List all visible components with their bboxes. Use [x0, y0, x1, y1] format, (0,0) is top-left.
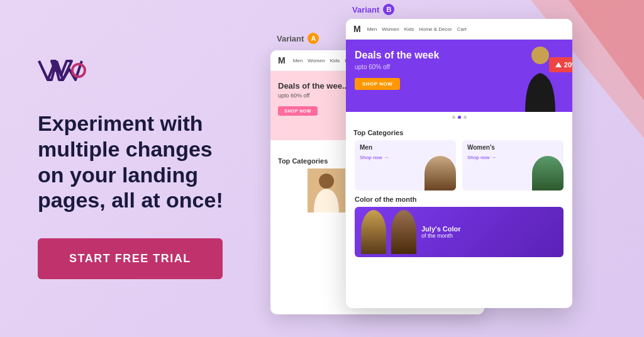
mockup-b-categories-title: Top Categories — [346, 123, 572, 140]
mockup-b-logo: M — [353, 24, 361, 34]
logo — [38, 58, 233, 86]
variant-b-badge: B — [383, 4, 394, 15]
color-month-heading: July's Color — [421, 225, 557, 233]
variant-b-label: Variant B — [352, 4, 394, 15]
category-card-b-women: Women's Shop now → — [462, 140, 564, 191]
svg-point-6 — [531, 47, 549, 64]
page-container: Experiment with multiple changes on your… — [0, 0, 644, 337]
mockup-b-banner: Deals of the week upto 60% off SHOP NOW … — [346, 40, 572, 112]
mockup-b-person — [520, 44, 561, 112]
mockup-a-shop-button[interactable]: SHOP NOW — [278, 106, 318, 116]
variant-a-badge: A — [308, 33, 319, 44]
category-card-b-men: Men Shop now → — [355, 140, 456, 191]
mockup-b-color-title: Color of the month — [355, 196, 564, 203]
cat-b-women-person — [532, 156, 564, 191]
start-free-trial-button[interactable]: START FREE TRIAL — [38, 238, 223, 279]
cat-b-women-label: Women's — [462, 140, 564, 155]
left-content: Experiment with multiple changes on your… — [0, 26, 270, 311]
uplift-badge: 20% Uplift — [549, 57, 572, 72]
color-person-2 — [391, 210, 416, 254]
mockup-b-color-section: Color of the month July's Color of the m… — [346, 191, 572, 262]
right-content: Variant A M Men Women Kids Home & Deco..… — [270, 0, 644, 337]
color-month-subtext: of the month — [421, 233, 557, 239]
uplift-arrow-icon — [555, 62, 562, 67]
variant-a-label: Variant A — [277, 33, 319, 44]
cat-b-men-label: Men — [355, 140, 456, 155]
vwo-logo-svg — [38, 58, 88, 83]
color-person-1 — [361, 210, 386, 254]
cat-b-men-person — [425, 156, 456, 191]
color-month-text-block: July's Color of the month — [421, 225, 557, 239]
headline: Experiment with multiple changes on your… — [38, 111, 233, 213]
mockup-a-logo: M — [278, 55, 286, 65]
mockup-b-nav: Men Women Kids Home & Decor Cart — [367, 26, 467, 32]
mockup-b-categories: Men Shop now → Women's Shop now → — [346, 140, 572, 191]
mockup-b-shop-button[interactable]: SHOP NOW — [355, 78, 400, 90]
color-month-card: July's Color of the month — [355, 207, 564, 257]
mockup-b-header: M Men Women Kids Home & Decor Cart — [346, 19, 572, 40]
mockup-b-dots — [346, 112, 572, 123]
variant-b-card: M Men Women Kids Home & Decor Cart Deals… — [346, 19, 572, 308]
svg-point-3 — [319, 174, 334, 189]
